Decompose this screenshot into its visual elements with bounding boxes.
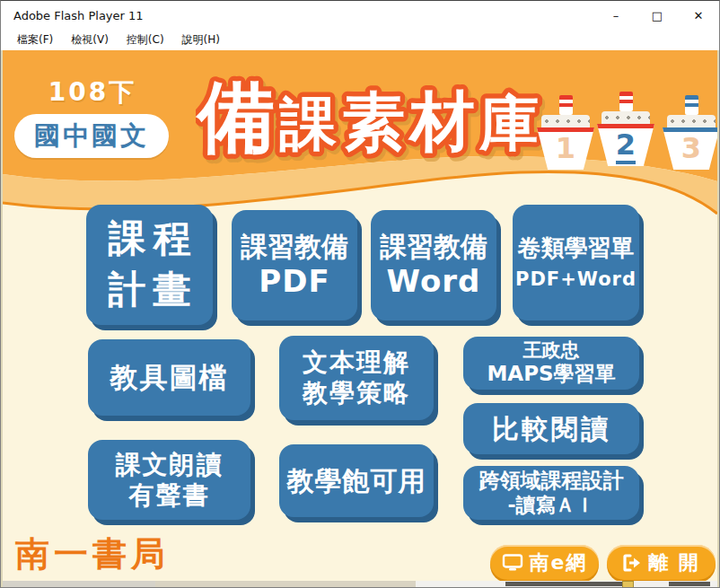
textbook-word-button[interactable]: 課習教備 Word — [371, 210, 496, 320]
sliver-segment — [155, 581, 416, 588]
textbook-pdf-button[interactable]: 課習教備 PDF — [232, 210, 357, 320]
button-label: 跨領域課程設計 — [479, 469, 624, 494]
sliver-cell-fragment — [622, 581, 634, 588]
boat-hull-icon: 2 — [597, 124, 654, 166]
button-label: MAPS學習單 — [487, 362, 615, 387]
menubar: 檔案(F) 檢視(V) 控制(C) 說明(H) — [1, 30, 719, 50]
button-label: 文本理解 — [303, 347, 410, 378]
page-title-text: 備 課 素 材 庫 — [196, 72, 539, 162]
sliver-text-fragment — [669, 582, 710, 586]
button-label: Word — [387, 263, 481, 300]
boat-funnel-icon — [619, 92, 633, 111]
menu-view[interactable]: 檢視(V) — [62, 31, 118, 49]
cross-domain-ai-button[interactable]: 跨領域課程設計 -讀寫ＡＩ — [463, 466, 639, 520]
button-label: 教學策略 — [303, 378, 410, 408]
nan-e-net-label: 南e網 — [530, 549, 588, 576]
menu-file[interactable]: 檔案(F) — [8, 31, 62, 49]
flash-player-window: Adobe Flash Player 11 – □ ✕ 檔案(F) 檢視(V) … — [0, 0, 720, 588]
subject-badge: 國中國文 — [14, 114, 169, 158]
text-comprehension-button[interactable]: 文本理解 教學策略 — [279, 336, 434, 420]
boat-cabin-icon — [667, 115, 716, 127]
volume-2-boat[interactable]: 2 — [597, 92, 654, 166]
boat-hull-icon: 1 — [537, 127, 594, 170]
monitor-icon — [502, 554, 523, 572]
volume-3-number: 3 — [681, 133, 701, 164]
page-title: 備 課 素 材 庫 — [196, 57, 546, 167]
button-label: 課習教備 — [241, 231, 348, 263]
volume-1-number: 1 — [556, 133, 575, 164]
volume-3-boat[interactable]: 3 — [663, 95, 719, 170]
volume-1-boat[interactable]: 1 — [537, 95, 594, 170]
button-label: 王政忠 — [523, 339, 580, 362]
boat-hull-icon: 3 — [663, 127, 719, 170]
sliver-text-fragment — [505, 582, 622, 586]
button-label: 教具圖檔 — [110, 361, 229, 394]
menu-control[interactable]: 控制(C) — [118, 31, 173, 49]
subject-label: 國中國文 — [34, 118, 149, 154]
menu-help[interactable]: 說明(H) — [173, 31, 229, 49]
text-audio-book-button[interactable]: 課文朗讀 有聲書 — [88, 440, 250, 520]
flash-stage: 108下 國中國文 備 課 素 材 庫 1 — [1, 50, 719, 588]
button-label: 教學飽可用 — [287, 465, 426, 497]
button-label: 課程 — [101, 214, 198, 265]
minimize-icon[interactable]: – — [595, 1, 637, 30]
close-icon[interactable]: ✕ — [678, 1, 719, 30]
boat-cabin-icon — [541, 115, 590, 127]
button-label: 課文朗讀 — [116, 450, 224, 480]
teaching-aids-images-button[interactable]: 教具圖檔 — [88, 339, 250, 416]
button-label: 有聲書 — [129, 480, 210, 511]
teaching-pack-button[interactable]: 教學飽可用 — [279, 444, 434, 517]
volume-2-number: 2 — [616, 129, 636, 164]
publisher-logo: 南一書局 — [15, 531, 170, 577]
course-plan-button[interactable]: 課程 計畫 — [86, 205, 213, 325]
maps-worksheets-button[interactable]: 王政忠 MAPS學習單 — [463, 337, 639, 390]
button-label: 卷類學習單 — [518, 234, 635, 262]
comparative-reading-button[interactable]: 比較閱讀 — [463, 403, 639, 454]
underlying-window-sliver — [3, 581, 717, 588]
exit-label: 離 開 — [648, 549, 700, 576]
button-label: 比較閱讀 — [492, 413, 610, 445]
button-label: PDF+Word — [515, 268, 637, 291]
exit-arrow-icon — [622, 554, 642, 572]
boat-funnel-icon — [685, 95, 698, 115]
worksheets-pdf-word-button[interactable]: 卷類學習單 PDF+Word — [513, 205, 639, 320]
exit-button[interactable]: 離 開 — [607, 545, 716, 580]
window-controls: – □ ✕ — [595, 1, 719, 30]
maximize-icon[interactable]: □ — [637, 1, 678, 30]
button-label: -讀寫ＡＩ — [507, 494, 594, 517]
button-label: 計畫 — [101, 265, 198, 316]
term-label: 108下 — [37, 75, 148, 110]
titlebar: Adobe Flash Player 11 – □ ✕ — [1, 1, 719, 30]
window-title: Adobe Flash Player 11 — [1, 9, 595, 22]
boat-cabin-icon — [601, 111, 650, 124]
nan-e-net-button[interactable]: 南e網 — [490, 545, 599, 580]
button-label: PDF — [259, 263, 329, 300]
button-label: 課習教備 — [380, 231, 487, 263]
boat-funnel-icon — [559, 95, 573, 115]
